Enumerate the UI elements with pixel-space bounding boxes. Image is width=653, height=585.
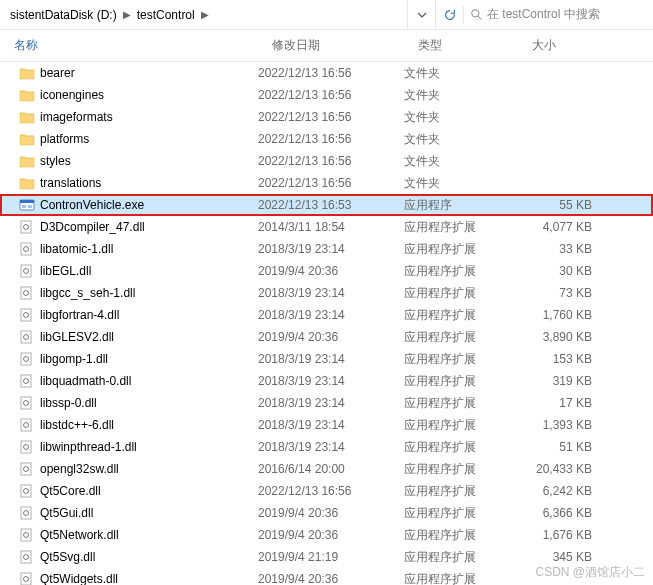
dll-icon xyxy=(18,308,36,322)
list-item[interactable]: libquadmath-0.dll2018/3/19 23:14应用程序扩展31… xyxy=(0,370,653,392)
dll-icon xyxy=(18,528,36,542)
file-date: 2019/9/4 20:36 xyxy=(258,330,404,344)
list-item[interactable]: styles2022/12/13 16:56文件夹 xyxy=(0,150,653,172)
svg-point-0 xyxy=(472,10,479,17)
file-type: 应用程序扩展 xyxy=(404,439,518,456)
chevron-right-icon[interactable]: ▶ xyxy=(199,9,211,20)
svg-rect-6 xyxy=(21,221,31,233)
svg-rect-10 xyxy=(21,265,31,277)
file-size: 33 KB xyxy=(518,242,606,256)
refresh-button[interactable] xyxy=(435,1,463,29)
list-item[interactable]: libstdc++-6.dll2018/3/19 23:14应用程序扩展1,39… xyxy=(0,414,653,436)
column-header-name[interactable]: 名称 xyxy=(0,31,258,60)
dll-icon xyxy=(18,484,36,498)
file-size: 1,393 KB xyxy=(518,418,606,432)
list-item[interactable]: imageformats2022/12/13 16:56文件夹 xyxy=(0,106,653,128)
breadcrumb-segment[interactable]: testControl xyxy=(133,8,199,22)
file-name: libgfortran-4.dll xyxy=(40,308,119,322)
file-date: 2022/12/13 16:56 xyxy=(258,132,404,146)
watermark: CSDN @酒馆店小二 xyxy=(535,564,645,581)
file-date: 2019/9/4 20:36 xyxy=(258,506,404,520)
file-date: 2016/6/14 20:00 xyxy=(258,462,404,476)
file-size: 319 KB xyxy=(518,374,606,388)
file-size: 1,760 KB xyxy=(518,308,606,322)
file-type: 文件夹 xyxy=(404,153,518,170)
file-date: 2018/3/19 23:14 xyxy=(258,396,404,410)
file-name: libgcc_s_seh-1.dll xyxy=(40,286,135,300)
list-item[interactable]: libgomp-1.dll2018/3/19 23:14应用程序扩展153 KB xyxy=(0,348,653,370)
search-placeholder: 在 testControl 中搜索 xyxy=(487,6,600,23)
list-item[interactable]: libgfortran-4.dll2018/3/19 23:14应用程序扩展1,… xyxy=(0,304,653,326)
file-size: 6,242 KB xyxy=(518,484,606,498)
svg-rect-3 xyxy=(20,200,34,203)
file-type: 应用程序扩展 xyxy=(404,307,518,324)
address-toolbar: sistentDataDisk (D:) ▶ testControl ▶ 在 t… xyxy=(0,0,653,30)
file-date: 2022/12/13 16:53 xyxy=(258,198,404,212)
file-size: 20,433 KB xyxy=(518,462,606,476)
list-item[interactable]: libEGL.dll2019/9/4 20:36应用程序扩展30 KB xyxy=(0,260,653,282)
breadcrumb[interactable]: sistentDataDisk (D:) ▶ testControl ▶ xyxy=(0,8,407,22)
file-name: platforms xyxy=(40,132,89,146)
file-size: 3,890 KB xyxy=(518,330,606,344)
column-header-date[interactable]: 修改日期 xyxy=(258,31,404,60)
svg-rect-18 xyxy=(21,353,31,365)
file-name: libquadmath-0.dll xyxy=(40,374,131,388)
history-dropdown-button[interactable] xyxy=(407,1,435,29)
dll-icon xyxy=(18,462,36,476)
list-item[interactable]: iconengines2022/12/13 16:56文件夹 xyxy=(0,84,653,106)
list-item[interactable]: D3Dcompiler_47.dll2014/3/11 18:54应用程序扩展4… xyxy=(0,216,653,238)
svg-rect-5 xyxy=(28,205,32,208)
file-type: 应用程序扩展 xyxy=(404,527,518,544)
list-item[interactable]: libatomic-1.dll2018/3/19 23:14应用程序扩展33 K… xyxy=(0,238,653,260)
dll-icon xyxy=(18,396,36,410)
file-type: 应用程序扩展 xyxy=(404,395,518,412)
dll-icon xyxy=(18,418,36,432)
file-type: 应用程序扩展 xyxy=(404,571,518,586)
file-date: 2022/12/13 16:56 xyxy=(258,176,404,190)
list-item[interactable]: libssp-0.dll2018/3/19 23:14应用程序扩展17 KB xyxy=(0,392,653,414)
file-date: 2019/9/4 20:36 xyxy=(258,528,404,542)
folder-icon xyxy=(18,176,36,190)
file-list[interactable]: bearer2022/12/13 16:56文件夹iconengines2022… xyxy=(0,62,653,585)
list-item[interactable]: Qt5Core.dll2022/12/13 16:56应用程序扩展6,242 K… xyxy=(0,480,653,502)
list-item[interactable]: libgcc_s_seh-1.dll2018/3/19 23:14应用程序扩展7… xyxy=(0,282,653,304)
search-input[interactable]: 在 testControl 中搜索 xyxy=(463,6,653,23)
file-size: 153 KB xyxy=(518,352,606,366)
file-size: 30 KB xyxy=(518,264,606,278)
dll-icon xyxy=(18,352,36,366)
list-item[interactable]: opengl32sw.dll2016/6/14 20:00应用程序扩展20,43… xyxy=(0,458,653,480)
column-header-size[interactable]: 大小 xyxy=(518,31,606,60)
file-date: 2018/3/19 23:14 xyxy=(258,352,404,366)
file-name: libatomic-1.dll xyxy=(40,242,113,256)
file-name: libgomp-1.dll xyxy=(40,352,108,366)
file-type: 应用程序扩展 xyxy=(404,285,518,302)
file-name: Qt5Widgets.dll xyxy=(40,572,118,585)
column-header-type[interactable]: 类型 xyxy=(404,31,518,60)
svg-rect-36 xyxy=(21,551,31,563)
svg-line-1 xyxy=(478,16,481,19)
breadcrumb-segment[interactable]: sistentDataDisk (D:) xyxy=(6,8,121,22)
file-size: 1,676 KB xyxy=(518,528,606,542)
list-item[interactable]: libwinpthread-1.dll2018/3/19 23:14应用程序扩展… xyxy=(0,436,653,458)
list-item[interactable]: Qt5Gui.dll2019/9/4 20:36应用程序扩展6,366 KB xyxy=(0,502,653,524)
file-date: 2018/3/19 23:14 xyxy=(258,440,404,454)
file-type: 应用程序扩展 xyxy=(404,373,518,390)
list-item[interactable]: ContronVehicle.exe2022/12/13 16:53应用程序55… xyxy=(0,194,653,216)
file-name: opengl32sw.dll xyxy=(40,462,119,476)
chevron-right-icon[interactable]: ▶ xyxy=(121,9,133,20)
list-item[interactable]: translations2022/12/13 16:56文件夹 xyxy=(0,172,653,194)
exe-icon xyxy=(18,198,36,212)
file-name: libstdc++-6.dll xyxy=(40,418,114,432)
file-date: 2018/3/19 23:14 xyxy=(258,242,404,256)
file-type: 应用程序扩展 xyxy=(404,417,518,434)
file-type: 应用程序扩展 xyxy=(404,351,518,368)
list-item[interactable]: bearer2022/12/13 16:56文件夹 xyxy=(0,62,653,84)
refresh-icon xyxy=(443,8,457,22)
file-date: 2022/12/13 16:56 xyxy=(258,88,404,102)
svg-rect-20 xyxy=(21,375,31,387)
list-item[interactable]: Qt5Network.dll2019/9/4 20:36应用程序扩展1,676 … xyxy=(0,524,653,546)
file-size: 51 KB xyxy=(518,440,606,454)
file-name: imageformats xyxy=(40,110,113,124)
list-item[interactable]: platforms2022/12/13 16:56文件夹 xyxy=(0,128,653,150)
list-item[interactable]: libGLESV2.dll2019/9/4 20:36应用程序扩展3,890 K… xyxy=(0,326,653,348)
